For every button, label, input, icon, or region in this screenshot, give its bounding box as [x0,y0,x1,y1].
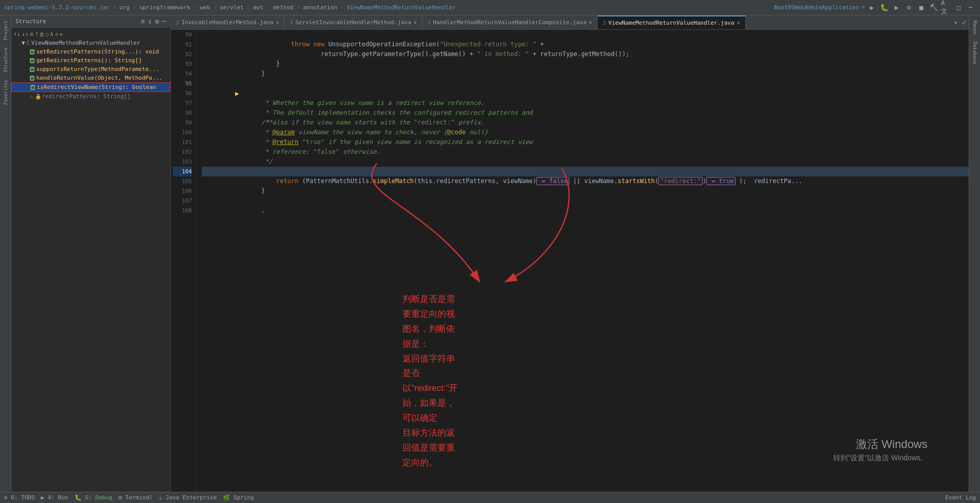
run-label: ▶ 4: Run [41,494,68,501]
coverage-button[interactable]: ▶ [891,3,902,13]
method-icon-2: m [30,67,34,72]
jar-label: spring-webmvc-5.3.2-sources.jar [4,4,110,11]
code-line-97: * The default implementation checks the … [202,98,969,108]
tab-1[interactable]: J ServletInvocableHandlerMethod.java × [285,15,423,29]
database-tab[interactable]: Database [971,39,979,67]
tree-item-0[interactable]: m setRedirectPatterns(String...): void [11,47,170,56]
code-line-100: * @return "true" if the given view name … [202,128,969,137]
tab-close-0[interactable]: × [276,20,279,25]
code-line-94 [202,69,969,79]
run-config-label: Boot05WebAdminApplication [774,4,860,11]
method-label-4: isRedirectViewName(String): boolean [37,84,156,91]
structure-panel: Structure ≡ ↕ ⚙ ─ ↑↓ ↓↑ m f @ ○ λ ◇ ▸ [11,15,171,492]
line-numbers: 90 91 92 93 94 95 96 97 98 99 100 101 10… [171,30,197,492]
tab-close-2[interactable]: × [589,20,592,25]
tab-close-3[interactable]: × [737,20,740,26]
ln-100: 100 [173,128,192,137]
ln-102: 102 [173,147,192,157]
event-log-status[interactable]: Event Log [945,494,976,501]
method-icon-4: m [30,85,35,90]
minimize-icon[interactable]: ─ [966,3,976,13]
tab-overflow: ▾ ✓ [746,15,969,29]
more-btn[interactable]: ▸ [60,31,63,38]
tree-item-5[interactable]: ⚠ 🔒 redirectPatterns: String[] [11,92,170,101]
run-status[interactable]: ▶ 4: Run [41,494,68,501]
tab-overflow-btn[interactable]: ▾ [954,19,957,26]
code-line-95: ▶ /** [202,79,969,88]
settings-icon[interactable]: ⚙ [904,3,914,13]
current-class-label: ViewNameMethodReturnValueHandler [347,4,456,11]
sort-az-icon[interactable]: ↕ [148,17,152,25]
sort-icon[interactable]: ≡ [141,17,145,25]
structure-tab[interactable]: Structure [2,44,10,76]
editor-area: J InvocableHandlerMethod.java × J Servle… [171,15,969,492]
tree-item-4[interactable]: m isRedirectViewName(String): boolean [11,82,170,92]
tab-bar: J InvocableHandlerMethod.java × J Servle… [171,15,969,30]
class-icon: C [27,40,30,46]
code-editor[interactable]: 90 91 92 93 94 95 96 97 98 99 100 101 10… [171,30,969,492]
show-methods-btn[interactable]: m [30,31,34,38]
pkg-servlet: servlet [220,4,243,11]
tab-close-1[interactable]: × [414,20,417,25]
ln-94: 94 [173,69,192,79]
show-fields-btn[interactable]: f [35,31,39,38]
structure-title: Structure [15,18,46,25]
method-icon-3: m [30,76,34,81]
minimize-panel-icon[interactable]: ─ [162,17,166,25]
show-vars-btn[interactable]: ◇ [55,31,59,38]
show-inner-btn[interactable]: ○ [45,31,48,38]
tree-item-2[interactable]: m supportsReturnType(MethodParamete... [11,65,170,74]
tab-0[interactable]: J InvocableHandlerMethod.java × [171,15,285,29]
spring-status[interactable]: 🌿 Spring [223,494,254,501]
status-bar: ⊙ 6: TODO ▶ 4: Run 🐛 5: Debug ⊞ Terminal… [0,492,980,503]
tree-root[interactable]: ▼ C ViewNameMethodReturnValueHandler [11,39,170,47]
code-content: 90 91 92 93 94 95 96 97 98 99 100 101 10… [171,30,969,492]
show-annot-btn[interactable]: @ [40,31,44,38]
code-line-92: } [202,49,969,59]
tree-item-3[interactable]: m handleReturnValue(Object, MethodPa... [11,74,170,82]
show-props-btn[interactable]: λ [50,31,54,38]
maximize-icon[interactable]: □ [953,3,964,13]
maven-tab[interactable]: Maven [971,17,979,38]
method-icon-0: m [30,49,34,55]
ln-92: 92 [173,49,192,59]
javaee-status[interactable]: ☕ Java Enterprise [159,494,217,501]
sort-btn1[interactable]: ↑↓ [13,31,20,38]
ln-105: 105 [173,176,192,186]
sep1: › [113,4,116,11]
pkg-web: web [200,4,210,11]
favorites-tab[interactable]: Favorites [2,77,10,108]
config-dropdown-icon[interactable]: ▼ [861,4,865,11]
code-line-101: * reference; "false" otherwise. [202,137,969,147]
tree-item-1[interactable]: m getRedirectPatterns(): String[] [11,56,170,65]
translate-icon[interactable]: A文 [941,3,951,13]
settings-icon-2[interactable]: ⚙ [155,17,159,25]
stop-button[interactable]: ■ [916,3,926,13]
code-line-107: . [202,196,969,206]
terminal-status[interactable]: ⊞ Terminal [118,494,152,501]
tab-2[interactable]: J HandlerMethodReturnValueHandlerComposi… [423,15,598,29]
method-label-3: handleReturnValue(Object, MethodPa... [36,75,162,81]
debug-status[interactable]: 🐛 5: Debug [75,494,113,501]
todo-status[interactable]: ⊙ 6: TODO [4,494,35,501]
ln-90: 90 [173,30,192,40]
sort-btn2[interactable]: ↓↑ [22,31,28,38]
pkg-springframework: springframework [139,4,190,11]
run-controls: Boot05WebAdminApplication ▼ ▶ 🐛 ▶ ⚙ ■ 🔨 … [774,3,976,13]
checkmark-icon: ✓ [961,17,967,27]
project-tab[interactable]: Project [2,17,10,43]
debug-button[interactable]: 🐛 [879,3,889,13]
code-line-104: return (PatternMatchUtils.simpleMatch(th… [202,167,969,176]
tab-3[interactable]: J ViewNameMethodReturnValueHandler.java … [598,15,746,29]
code-line-108 [202,206,969,215]
code-lines: throw new UnsupportedOperationException(… [197,30,969,492]
build-button[interactable]: 🔨 [929,3,939,13]
ln-98: 98 [173,108,192,118]
ln-106: 106 [173,186,192,196]
tab-icon-3: J [603,21,605,26]
tab-label-1: ServletInvocableHandlerMethod.java [295,19,411,26]
warn-icon: ⚠ [30,93,33,100]
ln-103: 103 [173,157,192,167]
code-line-106 [202,186,969,196]
run-button[interactable]: ▶ [867,3,877,13]
